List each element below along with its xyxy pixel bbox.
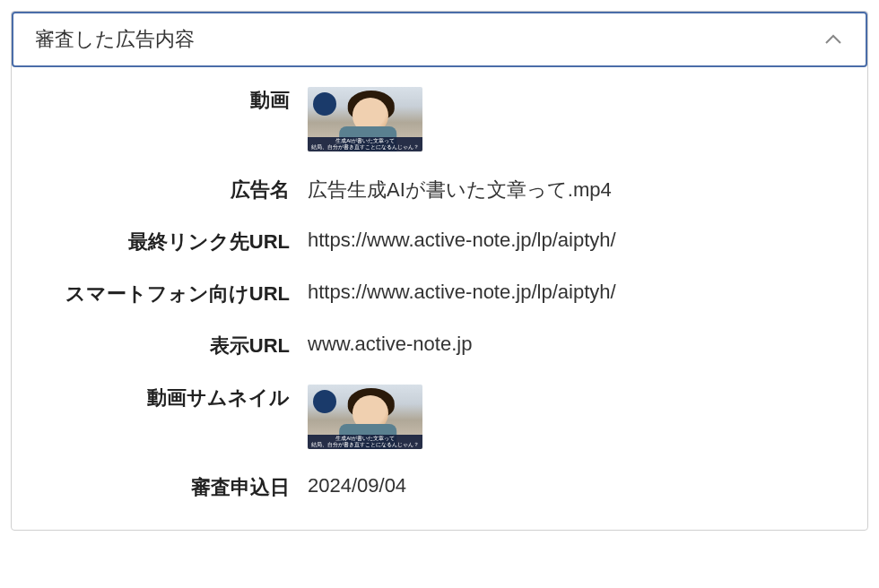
field-label: 広告名 — [12, 175, 308, 203]
field-label: 動画 — [12, 85, 308, 114]
video-caption: 生成AIが書いた文章って 結局、自分が書き直すことになるんじゃん？ — [308, 137, 422, 151]
ad-review-panel: 審査した広告内容 動画 生成AIが書いた文章って 結局、自分が書き直すことになる… — [11, 11, 868, 531]
thumbnail-caption: 生成AIが書いた文章って 結局、自分が書き直すことになるんじゃん？ — [308, 435, 422, 449]
field-row-video: 動画 生成AIが書いた文章って 結局、自分が書き直すことになるんじゃん？ — [12, 85, 867, 151]
field-row-thumbnail: 動画サムネイル 生成AIが書いた文章って 結局、自分が書き直すことになるんじゃん… — [12, 383, 867, 449]
field-value: 生成AIが書いた文章って 結局、自分が書き直すことになるんじゃん？ — [308, 383, 867, 449]
field-value: 広告生成AIが書いた文章って.mp4 — [308, 175, 867, 203]
video-thumbnail[interactable]: 生成AIが書いた文章って 結局、自分が書き直すことになるんじゃん？ — [308, 87, 422, 151]
field-value: www.active-note.jp — [308, 331, 867, 356]
field-row-review-date: 審査申込日 2024/09/04 — [12, 472, 867, 501]
field-label: 表示URL — [12, 331, 308, 359]
field-label: スマートフォン向けURL — [12, 279, 308, 307]
field-value: 2024/09/04 — [308, 472, 867, 497]
field-label: 動画サムネイル — [12, 383, 308, 411]
panel-title: 審査した広告内容 — [35, 26, 195, 53]
field-row-ad-name: 広告名 広告生成AIが書いた文章って.mp4 — [12, 175, 867, 203]
video-thumbnail-image[interactable]: 生成AIが書いた文章って 結局、自分が書き直すことになるんじゃん？ — [308, 385, 422, 449]
chevron-up-icon — [822, 29, 844, 50]
field-row-mobile-url: スマートフォン向けURL https://www.active-note.jp/… — [12, 279, 867, 307]
field-value: 生成AIが書いた文章って 結局、自分が書き直すことになるんじゃん？ — [308, 85, 867, 151]
field-label: 審査申込日 — [12, 472, 308, 501]
field-row-final-url: 最終リンク先URL https://www.active-note.jp/lp/… — [12, 227, 867, 255]
field-row-display-url: 表示URL www.active-note.jp — [12, 331, 867, 359]
field-value: https://www.active-note.jp/lp/aiptyh/ — [308, 227, 867, 252]
panel-header-toggle[interactable]: 審査した広告内容 — [12, 12, 867, 67]
field-value: https://www.active-note.jp/lp/aiptyh/ — [308, 279, 867, 304]
panel-body: 動画 生成AIが書いた文章って 結局、自分が書き直すことになるんじゃん？ 広告名… — [12, 67, 867, 530]
field-label: 最終リンク先URL — [12, 227, 308, 255]
